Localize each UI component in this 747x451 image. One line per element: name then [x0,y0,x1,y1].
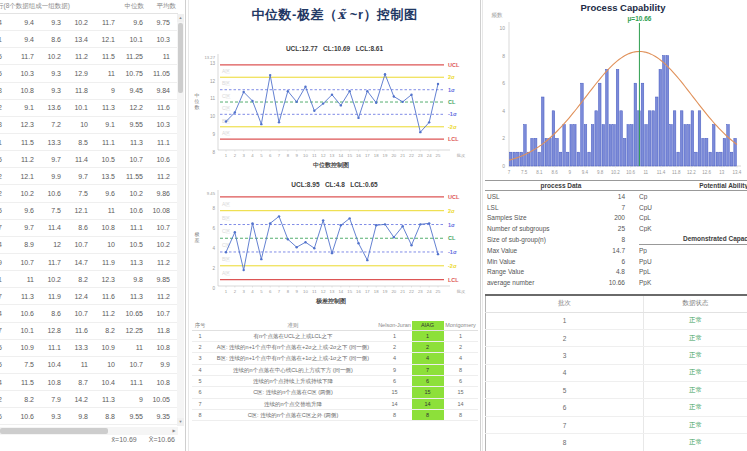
table-cell[interactable]: 8.7 [62,379,89,386]
table-cell[interactable]: 10.7 [7,259,35,266]
table-cell[interactable]: 2 [0,173,7,180]
table-cell[interactable]: 10.6 [35,190,62,197]
table-cell[interactable]: 11 [89,207,116,214]
table-cell[interactable]: 7.2 [35,121,62,128]
table-cell[interactable]: 10.2 [62,19,89,26]
table-cell[interactable]: 8.6 [35,36,62,43]
table-cell[interactable]: 11.1 [116,224,144,231]
table-cell[interactable]: 10.3 [144,36,171,43]
table-cell[interactable]: 7.5 [35,207,62,214]
table-cell[interactable]: 3 [0,121,7,128]
table-cell[interactable]: 7.9 [35,396,62,403]
table-cell[interactable]: 4 [0,379,7,386]
table-row[interactable]: 48.91210.71010.510.2 [0,237,178,254]
table-row[interactable]: 711.311.912.411.611.311.2 [0,288,178,305]
table-cell[interactable]: 5 [0,344,7,351]
table-cell[interactable]: 9.3 [35,70,62,77]
table-cell[interactable]: 11.5 [7,139,35,146]
table-cell[interactable]: 11.6 [62,327,89,334]
table-cell[interactable]: 9.55 [116,121,144,128]
table-row[interactable]: 59.67.512.11110.610.08 [0,203,178,220]
table-cell[interactable]: 11.6 [89,293,116,300]
table-cell[interactable]: 10.1 [62,104,89,111]
table-cell[interactable]: 10.1 [7,327,35,334]
table-cell[interactable]: 9.6 [116,19,144,26]
table-cell[interactable]: 11.1 [35,344,62,351]
table-cell[interactable]: 4 [0,310,7,317]
table-cell[interactable]: 10.75 [116,70,144,77]
table-cell[interactable]: 11.05 [144,70,171,77]
table-cell[interactable]: 13.3 [35,139,62,146]
table-cell[interactable]: 9.6 [89,190,116,197]
table-cell[interactable]: 9.3 [35,19,62,26]
table-cell[interactable]: 10.7 [116,361,144,368]
table-cell[interactable]: 10.6 [144,156,171,163]
table-cell[interactable]: 11.9 [35,293,62,300]
table-cell[interactable]: 4 [0,19,7,26]
table-cell[interactable]: 10.7 [116,156,144,163]
table-cell[interactable]: 12 [35,241,62,248]
table-cell[interactable]: 12.3 [7,121,35,128]
table-cell[interactable]: 10.08 [144,207,171,214]
scroll-right-icon[interactable]: ▶ [170,427,178,435]
table-row[interactable]: 710.112.811.68.212.2511.8 [0,323,178,340]
table-cell[interactable]: 11.1 [144,139,171,146]
table-cell[interactable]: 13.4 [62,36,89,43]
table-cell[interactable]: 11.5 [7,379,35,386]
vertical-scroll-thumb[interactable] [178,23,183,93]
table-cell[interactable]: 11 [116,344,144,351]
table-cell[interactable]: 10.4 [35,361,62,368]
table-cell[interactable]: 11.1 [116,379,144,386]
table-cell[interactable]: 10.2 [35,53,62,60]
table-row[interactable]: 11110.28.212.39.89.85 [0,271,178,288]
scroll-up-icon[interactable]: ▲ [177,14,184,22]
table-cell[interactable]: 9.3 [35,413,62,420]
scroll-down-icon[interactable]: ▼ [177,418,184,426]
table-cell[interactable]: 11.5 [89,53,116,60]
table-row[interactable]: 57.510.4111010.79.9 [0,357,178,374]
table-cell[interactable]: 5 [0,361,7,368]
table-cell[interactable]: 12.2 [116,104,144,111]
table-cell[interactable]: 10.2 [116,190,144,197]
vertical-scrollbar[interactable]: ▲ ▼ [177,14,184,426]
table-cell[interactable]: 10.1 [116,36,144,43]
table-cell[interactable]: 11.1 [89,139,116,146]
table-cell[interactable]: 10.7 [62,241,89,248]
table-cell[interactable]: 9.7 [35,156,62,163]
table-cell[interactable]: 11.2 [144,293,171,300]
table-cell[interactable]: 10.8 [35,379,62,386]
table-cell[interactable]: 11.2 [144,259,171,266]
table-cell[interactable]: 2 [0,104,7,111]
table-cell[interactable]: 7.5 [7,361,35,368]
table-cell[interactable]: 10.9 [89,344,116,351]
table-cell[interactable]: 1 [0,36,7,43]
table-cell[interactable]: 10.8 [89,224,116,231]
table-row[interactable]: 111.513.38.511.111.311.1 [0,134,178,151]
table-cell[interactable]: 8.6 [62,224,89,231]
table-cell[interactable]: 2 [0,396,7,403]
table-cell[interactable]: 9.75 [144,19,171,26]
table-cell[interactable]: 11.2 [7,156,35,163]
table-cell[interactable]: 10.8 [144,379,171,386]
table-cell[interactable]: 10.8 [7,87,35,94]
table-cell[interactable]: 9.8 [62,413,89,420]
table-cell[interactable]: 11.8 [144,327,171,334]
table-cell[interactable]: 10 [89,361,116,368]
table-cell[interactable]: 11.7 [35,259,62,266]
data-grid[interactable]: 49.49.310.211.79.69.7519.48.613.412.110.… [0,14,178,426]
table-row[interactable]: 19.48.613.412.110.110.3 [0,31,178,48]
table-cell[interactable]: 9.3 [35,87,62,94]
table-cell[interactable]: 10.05 [144,396,171,403]
table-cell[interactable]: 5 [0,207,7,214]
table-cell[interactable]: 11.2 [89,310,116,317]
table-cell[interactable]: 11.4 [62,156,89,163]
table-cell[interactable]: 11.7 [7,53,35,60]
table-cell[interactable]: 10.2 [144,241,171,248]
table-cell[interactable]: 9.45 [116,87,144,94]
table-cell[interactable]: 11.2 [62,53,89,60]
table-cell[interactable]: 10 [62,121,89,128]
table-cell[interactable]: 5 [0,70,7,77]
table-cell[interactable]: 10.9 [7,344,35,351]
table-cell[interactable]: 10.2 [35,276,62,283]
table-cell[interactable]: 9 [0,259,7,266]
